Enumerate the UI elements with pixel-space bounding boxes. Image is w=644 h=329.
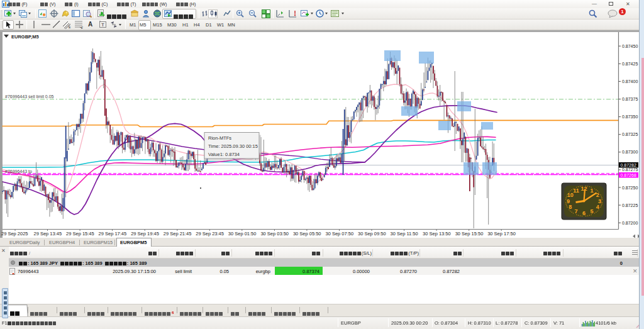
svg-text:6: 6 [582, 210, 586, 216]
svg-text:1: 1 [590, 187, 593, 194]
svg-text:29 Sep 13:45: 29 Sep 13:45 [34, 231, 62, 237]
svg-text:0.87350: 0.87350 [622, 114, 638, 119]
svg-text:0.87250: 0.87250 [622, 186, 638, 190]
svg-text:#76996443 tp: #76996443 tp [5, 169, 32, 174]
svg-text:8: 8 [569, 204, 572, 210]
svg-text:9: 9 [567, 198, 570, 204]
svg-text:0.87325: 0.87325 [622, 132, 638, 137]
svg-text:0.87375: 0.87375 [622, 97, 638, 101]
svg-text:30 Sep 17:50: 30 Sep 17:50 [487, 231, 516, 237]
svg-text:29 Sep 2025: 29 Sep 2025 [1, 231, 28, 237]
svg-text:0.87400: 0.87400 [622, 79, 638, 84]
svg-text:Time: 2025.09.30 00:15: Time: 2025.09.30 00:15 [208, 143, 258, 149]
svg-text:30 Sep 03:50: 30 Sep 03:50 [260, 231, 289, 237]
svg-text:EURGBP,M5: EURGBP,M5 [11, 34, 39, 40]
svg-text:2: 2 [596, 192, 599, 198]
svg-text:0.87200: 0.87200 [622, 221, 638, 225]
svg-text:4: 4 [596, 204, 599, 210]
svg-text:29 Sep 15:45: 29 Sep 15:45 [66, 231, 94, 237]
svg-text:Rion-MTFs: Rion-MTFs [208, 135, 231, 141]
svg-text:30 Sep 07:50: 30 Sep 07:50 [326, 231, 354, 237]
svg-text:0.87225: 0.87225 [622, 203, 638, 208]
svg-text:7: 7 [574, 208, 577, 215]
svg-text:12: 12 [580, 186, 587, 192]
svg-text:F: F [81, 26, 83, 29]
svg-text:0.87300: 0.87300 [622, 150, 638, 154]
svg-text:30 Sep 13:50: 30 Sep 13:50 [423, 231, 451, 237]
svg-text:29 Sep 17:45: 29 Sep 17:45 [99, 231, 127, 237]
svg-text:Value1: 0.8734: Value1: 0.8734 [208, 152, 240, 157]
svg-text:3: 3 [598, 198, 601, 204]
svg-text:T: T [101, 22, 104, 28]
svg-text:30 Sep 11:50: 30 Sep 11:50 [391, 231, 418, 237]
svg-text:29 Sep 23:45: 29 Sep 23:45 [196, 231, 224, 237]
svg-text:#76996443 sell limit 0.05: #76996443 sell limit 0.05 [5, 94, 54, 99]
svg-text:30 Sep 05:50: 30 Sep 05:50 [293, 231, 321, 237]
svg-text:0.87282: 0.87282 [621, 163, 636, 167]
svg-text:0.87425: 0.87425 [622, 62, 638, 66]
svg-text:29 Sep 21:45: 29 Sep 21:45 [164, 231, 192, 237]
svg-text:0.87275: 0.87275 [622, 167, 638, 172]
svg-text:11: 11 [573, 187, 579, 194]
svg-text:5: 5 [590, 208, 593, 215]
svg-text:30 Sep 09:50: 30 Sep 09:50 [358, 231, 386, 237]
svg-text:30 Sep 01:50: 30 Sep 01:50 [228, 231, 257, 237]
svg-text:30 Sep 15:50: 30 Sep 15:50 [455, 231, 484, 237]
svg-text:0.87450: 0.87450 [622, 44, 638, 48]
svg-text:E: E [69, 25, 71, 29]
svg-text:0.87268: 0.87268 [621, 173, 636, 177]
svg-text:29 Sep 19:45: 29 Sep 19:45 [131, 231, 159, 237]
